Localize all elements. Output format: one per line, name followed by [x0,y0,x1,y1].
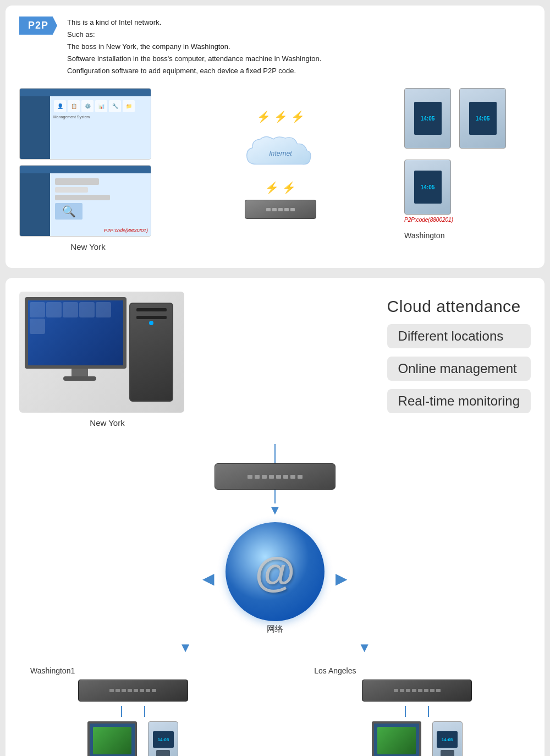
sw-icon: ⚙️ [81,100,94,112]
device-time-2: 14:05 [476,116,490,122]
p2p-desc-line4: Software installation in the boss's comp… [67,53,321,65]
tower-power-button [149,321,153,325]
p2p-label: P2P [19,17,57,35]
tower-pc [129,303,173,402]
p2p-desc-line2: Such as: [67,29,321,41]
page-wrapper: P2P This is a kind of Intel network. Suc… [0,0,550,756]
sp8 [152,689,156,692]
port8 [298,475,302,479]
screen-icon6 [30,319,45,334]
screen-icon5 [96,302,111,317]
connector-router-globe [274,490,276,503]
p2p-screenshot-bottom: 🔍 P2P:code(8800201) [19,165,151,237]
w1-connectors [121,706,145,717]
device-screen-3: 14:05 [414,171,442,204]
svg-text:Internet: Internet [269,150,292,157]
switch-ports-w1 [109,689,156,692]
la-conn-left [405,706,406,717]
sp3 [122,689,126,692]
tower-drive1 [136,308,167,311]
cloud-shape: Internet [242,129,319,176]
la-sp4 [412,689,416,692]
la-switch [362,680,472,702]
p2p-screenshot-top: 👤 📋 ⚙️ 📊 🔧 📁 Management System [19,88,151,160]
sw-icon: 📋 [68,100,80,112]
config-icon: 🔍 [55,203,82,220]
la-monitor-device [372,721,421,756]
sw-main2: 🔍 [50,173,151,236]
arrow-icon: ⚡ [257,110,271,123]
la-sp7 [430,689,435,692]
arrow-left-icon: ◀ [202,569,215,588]
arrow-down-icon: ⚡ [265,181,279,194]
sp7 [146,689,150,692]
monitor [25,297,135,385]
sw-sidebar [20,96,50,159]
w1-devices: 14:05 [87,721,178,756]
p2p-desc-line5: Configuration software to add equipment,… [67,65,321,77]
arrows-top: ⚡ ⚡ ⚡ [257,110,305,123]
w1-fp-sensor [156,750,170,756]
p2p-router [245,200,316,219]
cloud-section: New York Cloud attendance Different loca… [6,278,544,756]
sw-sidebar2 [20,173,50,236]
sw-icon: 📊 [95,100,107,112]
globe: @ [226,522,324,621]
monitor-screen [25,297,127,369]
arrow-right-icon: ▶ [336,569,348,588]
sp5 [134,689,138,692]
feature-badge-2: Online management [387,357,531,381]
sw-icon: 🔧 [109,100,121,112]
device-screen-1: 14:05 [414,102,442,135]
cloud-features: Cloud attendance Different locations Onl… [387,292,531,413]
washington-label: Washington [404,231,444,240]
la-fingerprint: 14:05 [432,721,463,756]
washington1-switch [78,680,188,702]
tower-drive2 [136,316,167,319]
device-time-1: 14:05 [421,116,435,122]
router-ports [266,208,295,211]
screen-icon3 [63,302,78,317]
bottom-branches: Washington1 [19,666,531,756]
cloud-top: New York Cloud attendance Different loca… [19,292,531,428]
screen-icon2 [46,302,62,317]
p2p-desc-line1: This is a kind of Intel network. [67,17,321,29]
internet-cloud: ⚡ ⚡ ⚡ Inte [242,110,319,219]
p2p-diagram: 👤 📋 ⚙️ 📊 🔧 📁 Management System [19,88,531,251]
router-ports-row [248,475,302,479]
sw-config: 🔍 [52,176,148,225]
sp6 [140,689,144,692]
devices-row-top: 14:05 14:05 [404,88,506,149]
port5 [276,475,281,479]
cloud-left-computer: New York [19,292,195,428]
la-sp5 [418,689,422,692]
feature-badge-1: Different locations [387,324,531,348]
w1-monitor-device [87,721,137,756]
screenshot-inner-top: 👤 📋 ⚙️ 📊 🔧 📁 Management System [20,89,151,159]
la-sp1 [394,689,398,692]
monitor-screen-inner [28,300,123,365]
arrow-down-left: ▼ [179,640,192,655]
device-screen-2: 14:05 [469,102,497,135]
feature-badge-3: Real-time monitoring [387,389,531,413]
port3 [262,475,267,479]
sw-main: 👤 📋 ⚙️ 📊 🔧 📁 Management System [50,96,151,159]
search-icon: 🔍 [62,205,76,218]
port [284,208,289,211]
sw-icon: 📁 [123,100,135,112]
arrow-icon2: ⚡ [274,110,288,123]
la-sp6 [424,689,428,692]
p2p-header: P2P This is a kind of Intel network. Suc… [19,17,531,77]
at-symbol: @ [255,548,295,595]
globe-wrapper: @ 网络 [226,522,324,634]
washington1-label: Washington1 [30,666,75,675]
la-sp3 [406,689,410,692]
w1-fingerprint: 14:05 [148,721,178,756]
p2p-center-panel: ⚡ ⚡ ⚡ Inte [220,110,341,219]
monitor-base [63,376,96,381]
p2p-desc-line3: The boss in New York, the company in Was… [67,41,321,53]
port [272,208,277,211]
p2p-section: P2P This is a kind of Intel network. Suc… [6,6,544,268]
network-diagram: ▼ ◀ @ 网络 [19,444,531,756]
p2p-code-label-right: P2P:code(8800201) [404,217,453,223]
